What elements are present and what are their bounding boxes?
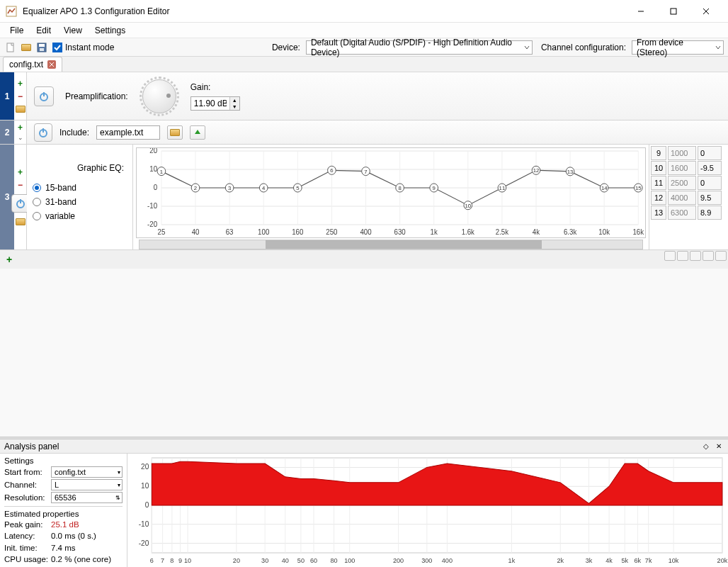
svg-text:7: 7 [364, 168, 367, 174]
gain-input[interactable]: ▲▼ [190, 96, 240, 111]
invert-icon[interactable] [690, 251, 701, 261]
close-button[interactable] [690, 0, 722, 23]
svg-text:10: 10 [149, 165, 157, 173]
start-from-combo[interactable]: config.txt▾ [51, 466, 123, 478]
analysis-chart[interactable]: 20100-10-2067891020304050608010020030040… [127, 454, 728, 567]
svg-text:13: 13 [567, 169, 574, 175]
gain-knob[interactable] [140, 77, 179, 116]
normalize-icon[interactable] [703, 251, 714, 261]
folder-icon[interactable] [16, 217, 25, 227]
filter-controls-3: + − [14, 145, 27, 249]
power-button[interactable] [34, 86, 54, 106]
new-file-icon[interactable] [4, 41, 17, 54]
up-arrow-button[interactable] [190, 125, 205, 140]
maximize-button[interactable] [657, 0, 690, 23]
eq-chart[interactable]: 20100-10-202540631001602504006301k1.6k2.… [136, 147, 646, 238]
svg-text:1k: 1k [431, 228, 438, 236]
file-tab-config[interactable]: config.txt [3, 57, 62, 72]
svg-text:6k: 6k [635, 557, 642, 564]
export-icon[interactable] [677, 251, 688, 261]
svg-text:4k: 4k [533, 228, 540, 236]
svg-text:400: 400 [360, 228, 372, 236]
svg-text:80: 80 [331, 557, 338, 564]
svg-text:30: 30 [261, 557, 268, 564]
reset-icon[interactable] [715, 251, 727, 261]
svg-text:6.3k: 6.3k [564, 228, 576, 236]
svg-text:7k: 7k [645, 557, 652, 564]
svg-text:40: 40 [192, 228, 200, 236]
app-icon [6, 6, 17, 17]
remove-icon[interactable]: − [16, 180, 25, 190]
svg-text:2: 2 [194, 185, 197, 191]
close-panel-icon[interactable]: ✕ [714, 442, 724, 451]
channel-combo[interactable]: L▾ [51, 479, 123, 490]
eq-value-row[interactable]: 1363008.9 [651, 206, 727, 220]
spin-up-icon[interactable]: ▲ [230, 97, 239, 103]
radio-31-band[interactable]: 31-band [33, 197, 127, 207]
init-time-value: 7.4 ms [51, 544, 76, 552]
eq-value-row[interactable]: 1125000 [651, 176, 727, 190]
svg-text:2.5k: 2.5k [496, 228, 508, 236]
radio-15-band[interactable]: 15-band [33, 183, 127, 193]
svg-text:1k: 1k [508, 557, 516, 564]
instant-mode-checkbox[interactable]: Instant mode [52, 43, 114, 52]
device-combo[interactable]: Default (Digital Audio (S/PDIF) - High D… [306, 40, 533, 55]
open-file-icon[interactable] [20, 41, 33, 54]
remove-icon[interactable]: − [16, 91, 25, 101]
svg-text:-20: -20 [147, 220, 158, 228]
toolbar: Instant mode Device: Default (Digital Au… [0, 38, 728, 57]
eq-scrollbar[interactable] [139, 240, 643, 249]
detach-icon[interactable]: ◇ [701, 442, 711, 451]
filter-handle-2[interactable]: 2 [0, 120, 14, 144]
svg-text:8: 8 [170, 557, 174, 564]
instant-mode-label: Instant mode [65, 43, 114, 52]
add-filter-button[interactable]: + [4, 254, 14, 264]
menu-file[interactable]: File [4, 24, 29, 37]
svg-rect-5 [7, 43, 13, 52]
analysis-settings: Settings Start from: config.txt▾ Channel… [0, 454, 127, 567]
resolution-combo[interactable]: 65536⇅ [51, 492, 123, 503]
svg-text:6: 6 [150, 557, 154, 564]
svg-text:400: 400 [442, 557, 453, 564]
svg-text:4k: 4k [605, 557, 613, 564]
browse-file-button[interactable] [167, 125, 183, 140]
svg-text:2k: 2k [557, 557, 564, 564]
svg-text:16k: 16k [632, 228, 644, 236]
spin-down-icon[interactable]: ▼ [230, 103, 239, 110]
svg-text:14: 14 [601, 185, 608, 191]
channel-config-combo[interactable]: From device (Stereo) [632, 40, 724, 55]
svg-text:50: 50 [297, 557, 305, 564]
include-file-input[interactable]: example.txt [96, 125, 160, 140]
save-file-icon[interactable] [35, 41, 48, 54]
gain-label: Gain: [190, 82, 240, 92]
eq-value-row[interactable]: 101600-9.5 [651, 161, 727, 175]
import-icon[interactable] [664, 251, 676, 261]
menu-edit[interactable]: Edit [30, 24, 57, 37]
eq-value-row[interactable]: 1240009.5 [651, 191, 727, 205]
svg-text:160: 160 [292, 228, 304, 236]
folder-icon[interactable] [16, 104, 25, 114]
chevron-down-icon[interactable]: ⌄ [16, 135, 25, 141]
svg-text:3: 3 [228, 185, 232, 191]
svg-text:6: 6 [330, 167, 334, 174]
svg-rect-2 [671, 9, 676, 14]
svg-text:5: 5 [296, 185, 300, 191]
minimize-button[interactable] [625, 0, 657, 23]
close-tab-icon[interactable] [47, 60, 56, 69]
menu-view[interactable]: View [58, 24, 88, 37]
filter-handle-1[interactable]: 1 [0, 72, 14, 120]
radio-variable[interactable]: variable [33, 211, 127, 221]
svg-rect-7 [39, 44, 45, 47]
add-icon[interactable]: + [16, 79, 25, 89]
menu-settings[interactable]: Settings [89, 24, 131, 37]
eq-value-row[interactable]: 910000 [651, 146, 727, 160]
include-label: Include: [59, 128, 89, 137]
add-icon[interactable]: + [16, 123, 25, 132]
svg-text:20: 20 [233, 557, 240, 564]
add-icon[interactable]: + [16, 167, 25, 177]
svg-text:9: 9 [433, 185, 436, 191]
power-button[interactable] [34, 123, 52, 142]
svg-text:20k: 20k [717, 557, 728, 564]
svg-rect-8 [40, 48, 44, 51]
svg-text:1.6k: 1.6k [462, 228, 474, 236]
